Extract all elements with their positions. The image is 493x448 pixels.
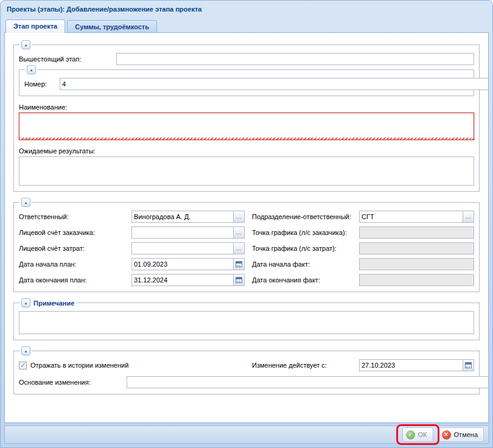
tab-sums[interactable]: Суммы, трудоёмкость — [67, 20, 157, 32]
history-fieldset: ▲ ✓ Отражать в истории изменений Изменен… — [13, 346, 480, 394]
check-icon: ✓ — [20, 362, 26, 369]
date-end-fact-field — [359, 274, 474, 286]
browse-icon[interactable]: ... — [234, 211, 245, 223]
expected-results-label: Ожидаемые результаты: — [19, 147, 474, 155]
window-titlebar: Проекты (этапы): Добавление/размножение … — [1, 1, 492, 18]
customer-account-label: Лицевой счёт заказчика: — [19, 229, 131, 236]
collapse-icon[interactable]: ▲ — [27, 65, 36, 74]
calendar-trigger-button[interactable] — [234, 258, 245, 270]
history-checkbox[interactable]: ✓ — [19, 362, 27, 369]
customer-point-input — [359, 226, 474, 239]
change-date-label: Изменение действует с: — [252, 362, 359, 369]
date-start-fact-input — [359, 258, 474, 270]
cost-account-label: Лицевой счёт затрат: — [19, 245, 131, 252]
department-label: Подразделение-ответственный: — [252, 213, 359, 220]
parent-stage-label: Вышестоящий этап: — [19, 55, 116, 63]
cost-point-label: Точка графика (л/с затрат): — [252, 245, 359, 252]
cancel-x-icon: ✕ — [442, 430, 451, 439]
customer-account-input[interactable] — [131, 226, 234, 239]
date-end-fact-label: Дата окончания факт: — [252, 276, 359, 284]
date-start-plan-field — [131, 258, 245, 270]
tab-stage[interactable]: Этап проекта — [5, 19, 65, 33]
department-field: ... — [359, 211, 474, 223]
cost-account-field: ... — [131, 242, 245, 254]
date-start-fact-label: Дата начала факт: — [252, 261, 359, 268]
ok-button-label: ОК — [418, 431, 427, 438]
date-start-plan-input[interactable] — [131, 258, 234, 270]
parent-stage-input[interactable] — [116, 53, 474, 65]
expected-results-textarea[interactable] — [19, 156, 474, 186]
tab-stage-label: Этап проекта — [13, 23, 57, 30]
change-date-input[interactable] — [359, 359, 463, 371]
history-checkbox-label: Отражать в истории изменений — [30, 362, 128, 369]
window-title: Проекты (этапы): Добавление/размножение … — [7, 5, 201, 13]
collapse-icon[interactable]: ▲ — [21, 198, 30, 207]
details-fieldset: ▲ Ответственный: ... Подразделение-ответ… — [13, 198, 480, 292]
note-fieldset: ▲ Примечание — [13, 298, 480, 340]
change-reason-label: Основание изменения: — [19, 379, 127, 386]
date-end-plan-input[interactable] — [131, 274, 234, 286]
calendar-trigger-button[interactable] — [463, 359, 474, 371]
browse-icon[interactable]: ... — [234, 226, 245, 239]
collapse-icon[interactable]: ▲ — [21, 40, 30, 49]
customer-point-label: Точка графика (л/с заказчика): — [252, 229, 359, 236]
ok-button[interactable]: ✓ ОК — [402, 427, 433, 442]
date-end-plan-field — [131, 274, 245, 286]
department-input[interactable] — [359, 211, 463, 223]
main-info-fieldset: ▲ Вышестоящий этап: ▲ Номер: ✓ Состояние… — [13, 40, 480, 192]
date-start-fact-field — [359, 258, 474, 270]
number-input[interactable] — [60, 78, 489, 90]
number-state-fieldset: ▲ Номер: ✓ Состояние: — [19, 65, 474, 96]
responsible-field: ... — [131, 211, 245, 223]
name-textarea[interactable] — [19, 113, 474, 140]
cost-account-input[interactable] — [131, 242, 234, 254]
change-reason-input[interactable] — [127, 376, 489, 388]
responsible-label: Ответственный: — [19, 213, 131, 220]
collapse-icon[interactable]: ▲ — [21, 298, 30, 307]
calendar-icon — [236, 261, 242, 267]
cost-point-input — [359, 242, 474, 254]
note-legend: Примечание — [33, 299, 74, 307]
calendar-icon — [236, 277, 242, 283]
date-end-plan-label: Дата окончания план: — [19, 276, 131, 284]
date-end-fact-input — [359, 274, 474, 286]
tab-bar: Этап проекта Суммы, трудоёмкость — [1, 18, 492, 32]
collapse-icon[interactable]: ▲ — [21, 346, 30, 355]
responsible-input[interactable] — [131, 211, 234, 223]
cancel-button[interactable]: ✕ Отмена — [438, 427, 484, 442]
customer-account-field: ... — [131, 226, 245, 239]
calendar-trigger-button[interactable] — [234, 274, 245, 286]
cost-point-field — [359, 242, 474, 254]
calendar-icon — [465, 362, 472, 368]
name-label: Наименование: — [19, 103, 474, 111]
browse-icon[interactable]: ... — [463, 211, 474, 223]
browse-icon[interactable]: ... — [234, 242, 245, 254]
customer-point-field — [359, 226, 474, 239]
change-date-field — [359, 359, 474, 371]
form-panel: ▲ Вышестоящий этап: ▲ Номер: ✓ Состояние… — [4, 32, 489, 423]
bottom-toolbar: ✓ ОК ✕ Отмена — [4, 425, 489, 444]
ok-check-icon: ✓ — [406, 430, 415, 439]
history-checkbox-block: ✓ Отражать в истории изменений — [19, 362, 245, 369]
note-textarea[interactable] — [19, 311, 474, 334]
dialog-window: Проекты (этапы): Добавление/размножение … — [0, 0, 493, 448]
number-label: Номер: — [24, 80, 60, 88]
cancel-button-label: Отмена — [454, 431, 478, 438]
date-start-plan-label: Дата начала план: — [19, 261, 131, 268]
tab-sums-label: Суммы, трудоёмкость — [75, 23, 149, 30]
